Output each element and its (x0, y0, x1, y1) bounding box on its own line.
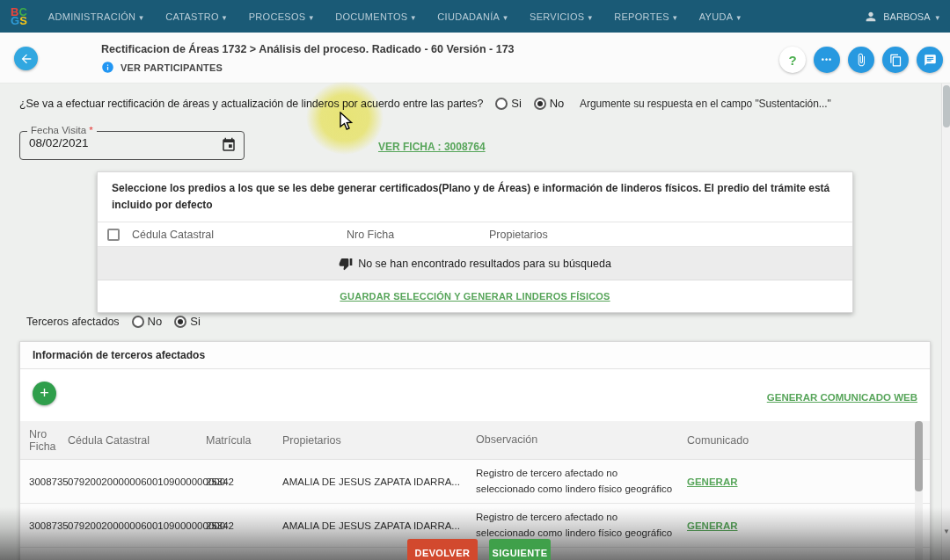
more-options-button[interactable]: ••• (814, 47, 840, 73)
ellipsis-icon: ••• (822, 55, 832, 64)
nav-item-procesos[interactable]: PROCESOS (249, 11, 314, 22)
subtitle-row: VER PARTICIPANTES (101, 61, 223, 74)
nav-item-documentos[interactable]: DOCUMENTOS (335, 11, 415, 22)
chevron-down-icon (503, 11, 508, 22)
main-menu: ADMINISTRACIÓN CATASTRO PROCESOS DOCUMEN… (48, 11, 741, 22)
arrow-left-icon (19, 52, 33, 66)
nav-item-catastro[interactable]: CATASTRO (165, 11, 227, 22)
help-button[interactable]: ? (779, 47, 806, 73)
terceros-afectados-label: Terceros afectados (26, 316, 120, 328)
cell-cedula: 0792002000000600109000000000 (68, 476, 206, 487)
col-cedula-catastral: Cédula Catastral (132, 229, 347, 241)
chevron-down-icon (309, 11, 313, 22)
empty-results-row: No se han encontrado resultados para su … (98, 247, 852, 280)
terceros-radio-si[interactable] (174, 316, 186, 328)
nav-item-reportes[interactable]: REPORTES (614, 11, 677, 22)
username: BARBOSA (883, 11, 930, 22)
terceros-panel-title: Información de terceros afectados (20, 342, 930, 369)
nav-item-administracion[interactable]: ADMINISTRACIÓN (48, 11, 143, 22)
page-subtitle: VER PARTICIPANTES (121, 62, 223, 73)
guardar-seleccion-link[interactable]: GUARDAR SELECCIÓN Y GENERAR LINDEROS FÍS… (340, 291, 610, 302)
nav-item-ciudadania[interactable]: CIUDADANÍA (437, 11, 508, 22)
cell-propietarios: AMALIA DE JESUS ZAPATA IDARRA... (282, 476, 476, 487)
terceros-option-no[interactable]: No (132, 315, 163, 328)
cell-cedula: 0792002000000600109000000000 (68, 520, 206, 531)
chevron-down-icon (673, 11, 677, 22)
fecha-visita-input[interactable] (29, 136, 187, 149)
bcgs-logo[interactable]: BC GS (11, 8, 27, 25)
select-all-checkbox[interactable] (107, 229, 120, 241)
fecha-visita-label: Fecha Visita (31, 125, 86, 135)
radio-option-no[interactable]: No (534, 97, 564, 110)
siguiente-button[interactable]: SIGUIENTE (489, 539, 551, 560)
ver-ficha-link[interactable]: VER FICHA : 3008764 (378, 141, 486, 153)
nav-item-ayuda[interactable]: AYUDA (699, 11, 741, 22)
chevron-down-icon (139, 11, 143, 22)
col-matricula: Matrícula (206, 434, 282, 447)
terceros-radio-group: No Si (132, 315, 201, 328)
col-nro-ficha: Nro Ficha (347, 229, 489, 241)
acuerdo-radio-group: Si No (495, 97, 564, 110)
page-header: Rectificacion de Áreas 1732 > Análisis d… (0, 33, 950, 84)
person-icon (864, 10, 878, 24)
col-comunicado: Comunicado (687, 434, 793, 447)
acuerdo-question-row: ¿Se va a efectuar rectificación de áreas… (19, 97, 831, 110)
click-highlight (306, 81, 384, 155)
cell-observacion: Registro de tercero afectado no seleccio… (476, 510, 687, 541)
fecha-visita-field: Fecha Visita * (19, 131, 245, 160)
col-cedula-catastral: Cédula Catastral (68, 434, 206, 447)
col-nro-ficha: Nro Ficha (20, 428, 68, 453)
col-propietarios: Propietarios (282, 434, 476, 447)
chevron-down-icon (736, 11, 741, 22)
header-actions: ? ••• (779, 47, 943, 73)
page-scrollbar-thumb[interactable] (943, 85, 950, 127)
devolver-button[interactable]: DEVOLVER (407, 539, 478, 560)
terceros-option-si[interactable]: Si (174, 315, 201, 328)
radio-no[interactable] (534, 98, 546, 110)
radio-si[interactable] (495, 98, 508, 110)
terceros-table-header: Nro Ficha Cédula Catastral Matrícula Pro… (20, 421, 930, 460)
attachments-button[interactable] (848, 47, 874, 73)
cell-matricula: 25342 (206, 476, 282, 487)
generar-link[interactable]: GENERAR (687, 520, 738, 531)
calendar-button[interactable] (221, 137, 237, 156)
table-row[interactable]: 3008735 0792002000000600109000000000 253… (20, 460, 930, 504)
terceros-afectados-row: Terceros afectados No Si (26, 315, 201, 328)
chevron-down-icon (412, 11, 416, 22)
back-button[interactable] (14, 47, 38, 70)
cell-propietarios: AMALIA DE JESUS ZAPATA IDARRA... (282, 520, 476, 531)
radio-option-si[interactable]: Si (495, 97, 521, 110)
chevron-down-icon (223, 11, 227, 22)
logo-letter: G (11, 17, 19, 25)
paperclip-icon (854, 53, 868, 67)
col-propietarios: Propietarios (489, 229, 548, 241)
generar-comunicado-web-link[interactable]: GENERAR COMUNICADO WEB (767, 392, 917, 403)
nav-item-servicios[interactable]: SERVICIOS (530, 11, 592, 22)
table-scrollbar-thumb[interactable] (915, 421, 923, 491)
info-icon[interactable] (101, 61, 114, 74)
terceros-radio-no[interactable] (132, 316, 144, 328)
page-scrollbar[interactable]: ▼ (941, 84, 950, 560)
cell-matricula: 25342 (206, 520, 282, 531)
chevron-down-icon (588, 11, 592, 22)
cell-observacion: Registro de tercero afectado no seleccio… (476, 466, 687, 497)
screen: BC GS ADMINISTRACIÓN CATASTRO PROCESOS D… (0, 0, 950, 560)
comments-button[interactable] (917, 47, 943, 73)
top-navbar: BC GS ADMINISTRACIÓN CATASTRO PROCESOS D… (0, 0, 950, 33)
sustentacion-hint: Argumente su respuesta en el campo "Sust… (580, 98, 830, 110)
chevron-down-icon (935, 11, 939, 22)
predios-table-header: Cédula Catastral Nro Ficha Propietarios (98, 222, 852, 247)
predios-panel: Seleccione los predios a los que se les … (97, 171, 853, 313)
calendar-icon (221, 137, 237, 153)
col-observacion: Observación (476, 432, 687, 448)
add-tercero-button[interactable] (33, 382, 56, 405)
table-scrollbar[interactable] (915, 421, 923, 560)
scroll-down-arrow[interactable]: ▼ (942, 527, 950, 535)
generar-link[interactable]: GENERAR (687, 476, 738, 487)
predios-action-row: GUARDAR SELECCIÓN Y GENERAR LINDEROS FÍS… (98, 280, 852, 312)
user-menu[interactable]: BARBOSA (864, 10, 939, 24)
required-asterisk: * (89, 125, 92, 135)
copy-icon (889, 54, 902, 67)
cell-nro-ficha: 3008735 (20, 476, 68, 487)
copy-documents-button[interactable] (882, 47, 909, 73)
